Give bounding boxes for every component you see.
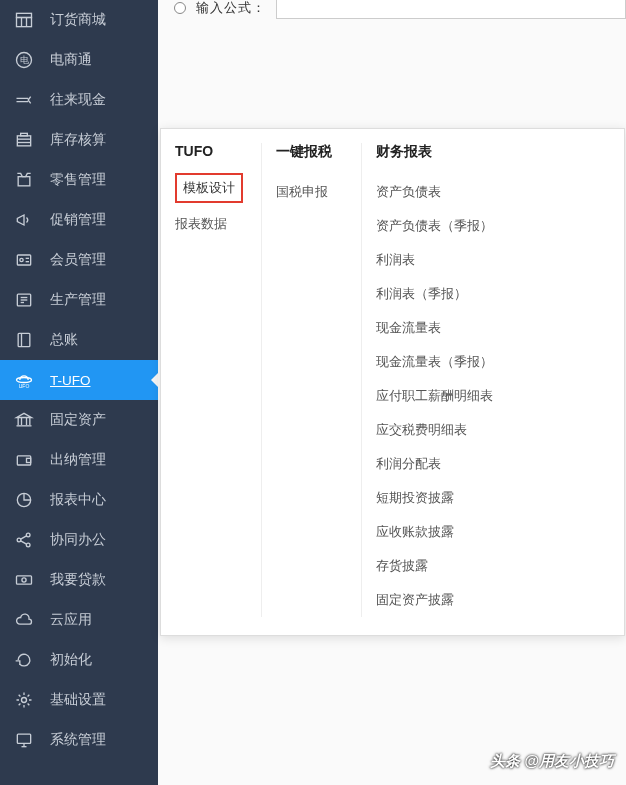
- refresh-icon: [14, 650, 34, 670]
- piechart-icon: [14, 490, 34, 510]
- bank-icon: [14, 410, 34, 430]
- svg-point-37: [22, 578, 26, 582]
- sidebar-item-label: 系统管理: [50, 731, 106, 749]
- sidebar-item-inventory[interactable]: 库存核算: [0, 120, 158, 160]
- sidebar-item-label: 订货商城: [50, 11, 106, 29]
- production-icon: [14, 290, 34, 310]
- svg-rect-1: [17, 18, 32, 27]
- sidebar-item-ecommerce[interactable]: 电 电商通: [0, 40, 158, 80]
- svg-rect-29: [27, 458, 31, 462]
- svg-line-35: [21, 541, 27, 544]
- sidebar-item-label: 协同办公: [50, 531, 106, 549]
- svg-rect-9: [21, 133, 28, 136]
- menu-item-report-data[interactable]: 报表数据: [175, 207, 247, 241]
- menu-item[interactable]: 利润表: [376, 243, 610, 277]
- member-icon: [14, 250, 34, 270]
- sidebar-item-retail[interactable]: 零售管理: [0, 160, 158, 200]
- sidebar-item-cash[interactable]: 往来现金: [0, 80, 158, 120]
- main-content: 输入公式： TUFO 模板设计 报表数据 一键报税 国税申报 财务报表 资产负债…: [158, 0, 626, 785]
- sidebar-item-init[interactable]: 初始化: [0, 640, 158, 680]
- radio-icon[interactable]: [174, 2, 186, 14]
- formula-bar: 输入公式：: [158, 0, 626, 20]
- megaphone-icon: [14, 210, 34, 230]
- sidebar-item-label: 初始化: [50, 651, 92, 669]
- sidebar-item-cloud[interactable]: 云应用: [0, 600, 158, 640]
- menu-item[interactable]: 应付职工薪酬明细表: [376, 379, 610, 413]
- menu-item[interactable]: 现金流量表: [376, 311, 610, 345]
- menu-item[interactable]: 资产负债表: [376, 175, 610, 209]
- menu-item[interactable]: 存货披露: [376, 549, 610, 583]
- col-title: TUFO: [175, 143, 247, 159]
- svg-point-12: [20, 258, 23, 261]
- menu-item[interactable]: 现金流量表（季报）: [376, 345, 610, 379]
- sidebar-item-fixedasset[interactable]: 固定资产: [0, 400, 158, 440]
- retail-icon: [14, 170, 34, 190]
- menu-item[interactable]: 应交税费明细表: [376, 413, 610, 447]
- flyout-col-financial: 财务报表 资产负债表 资产负债表（季报） 利润表 利润表（季报） 现金流量表 现…: [361, 143, 624, 617]
- sidebar-item-system[interactable]: 系统管理: [0, 720, 158, 760]
- svg-rect-6: [17, 136, 30, 146]
- sidebar-item-label: 总账: [50, 331, 78, 349]
- sidebar-item-promo[interactable]: 促销管理: [0, 200, 158, 240]
- col-title: 一键报税: [276, 143, 347, 161]
- watermark: 头条 @用友小技巧: [490, 752, 614, 771]
- svg-point-32: [26, 533, 30, 537]
- sidebar-item-label: 出纳管理: [50, 451, 106, 469]
- cash-icon: [14, 90, 34, 110]
- menu-item-national-tax[interactable]: 国税申报: [276, 175, 347, 209]
- sidebar-item-cashier[interactable]: 出纳管理: [0, 440, 158, 480]
- sidebar-item-label: 报表中心: [50, 491, 106, 509]
- store-icon: [14, 10, 34, 30]
- ufo-icon: UFO: [14, 370, 34, 390]
- svg-point-38: [22, 698, 27, 703]
- menu-item-template-design[interactable]: 模板设计: [175, 173, 243, 203]
- svg-text:电: 电: [20, 55, 29, 65]
- sidebar-item-loan[interactable]: 我要贷款: [0, 560, 158, 600]
- menu-item[interactable]: 短期投资披露: [376, 481, 610, 515]
- money-icon: [14, 570, 34, 590]
- sidebar-item-label: T-UFO: [50, 373, 91, 388]
- sidebar-item-label: 生产管理: [50, 291, 106, 309]
- svg-point-33: [26, 543, 30, 547]
- sidebar-item-label: 固定资产: [50, 411, 106, 429]
- sidebar-item-tufo[interactable]: UFO T-UFO: [0, 360, 158, 400]
- sidebar-item-reports[interactable]: 报表中心: [0, 480, 158, 520]
- app-layout: 订货商城 电 电商通 往来现金 库存核算 零售管理 促销管理 会员管理: [0, 0, 626, 785]
- svg-rect-19: [18, 333, 30, 346]
- ledger-icon: [14, 330, 34, 350]
- sidebar-item-production[interactable]: 生产管理: [0, 280, 158, 320]
- sidebar-item-label: 基础设置: [50, 691, 106, 709]
- flyout-col-tax: 一键报税 国税申报: [261, 143, 361, 617]
- svg-rect-36: [17, 576, 32, 584]
- svg-text:UFO: UFO: [19, 383, 30, 389]
- tufo-flyout-menu: TUFO 模板设计 报表数据 一键报税 国税申报 财务报表 资产负债表 资产负债…: [160, 128, 625, 636]
- menu-item[interactable]: 应收账款披露: [376, 515, 610, 549]
- gear-icon: [14, 690, 34, 710]
- inventory-icon: [14, 130, 34, 150]
- menu-item[interactable]: 利润表（季报）: [376, 277, 610, 311]
- sidebar-item-label: 我要贷款: [50, 571, 106, 589]
- sidebar-item-collab[interactable]: 协同办公: [0, 520, 158, 560]
- sidebar-item-settings[interactable]: 基础设置: [0, 680, 158, 720]
- wallet-icon: [14, 450, 34, 470]
- formula-input[interactable]: [276, 0, 626, 19]
- menu-item[interactable]: 利润分配表: [376, 447, 610, 481]
- menu-item[interactable]: 固定资产披露: [376, 583, 610, 617]
- share-icon: [14, 530, 34, 550]
- col-title: 财务报表: [376, 143, 610, 161]
- sidebar-item-member[interactable]: 会员管理: [0, 240, 158, 280]
- svg-rect-28: [17, 456, 30, 465]
- flyout-col-tufo: TUFO 模板设计 报表数据: [161, 143, 261, 617]
- sidebar-item-ledger[interactable]: 总账: [0, 320, 158, 360]
- formula-label: 输入公式：: [196, 0, 266, 17]
- sidebar-item-store[interactable]: 订货商城: [0, 0, 158, 40]
- svg-line-34: [21, 536, 27, 539]
- ecommerce-icon: 电: [14, 50, 34, 70]
- sidebar-item-label: 电商通: [50, 51, 92, 69]
- menu-item[interactable]: 资产负债表（季报）: [376, 209, 610, 243]
- sidebar-item-label: 促销管理: [50, 211, 106, 229]
- svg-point-31: [17, 538, 21, 542]
- svg-rect-39: [17, 734, 30, 743]
- sidebar-item-label: 云应用: [50, 611, 92, 629]
- sidebar-item-label: 零售管理: [50, 171, 106, 189]
